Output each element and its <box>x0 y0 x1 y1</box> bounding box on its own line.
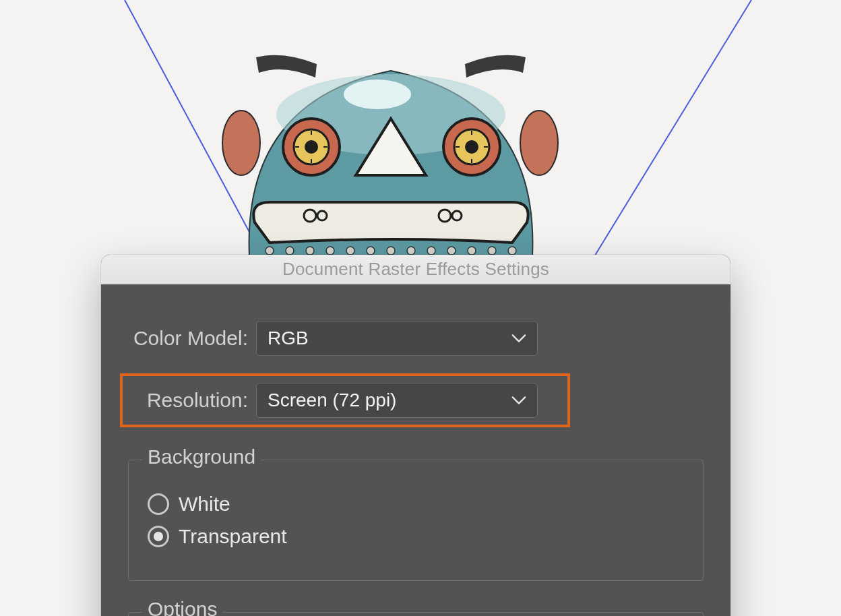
dialog-titlebar[interactable]: Document Raster Effects Settings <box>101 255 730 284</box>
radio-icon <box>148 526 169 547</box>
svg-point-32 <box>286 247 294 255</box>
resolution-row-highlight: Resolution: Screen (72 ppi) <box>120 373 570 427</box>
resolution-label: Resolution: <box>123 389 256 412</box>
chevron-down-icon <box>511 393 526 408</box>
color-model-value: RGB <box>268 328 309 349</box>
raster-effects-dialog: Document Raster Effects Settings Color M… <box>101 255 730 616</box>
svg-point-42 <box>488 247 496 255</box>
svg-point-12 <box>305 140 318 154</box>
color-model-select[interactable]: RGB <box>256 321 538 356</box>
svg-line-1 <box>586 0 751 270</box>
svg-point-21 <box>465 140 478 154</box>
radio-icon <box>148 493 169 515</box>
background-transparent-option[interactable]: Transparent <box>148 525 684 548</box>
options-fieldset: Options <box>128 612 704 616</box>
svg-point-3 <box>344 80 411 109</box>
svg-point-36 <box>367 247 375 255</box>
svg-point-33 <box>306 247 314 255</box>
resolution-select[interactable]: Screen (72 ppi) <box>256 383 538 418</box>
svg-point-38 <box>407 247 415 255</box>
svg-point-41 <box>468 247 476 255</box>
resolution-value: Screen (72 ppi) <box>268 390 396 411</box>
svg-point-35 <box>346 247 354 255</box>
dialog-body: Color Model: RGB Resolution: Screen (72 … <box>101 284 730 616</box>
svg-point-40 <box>447 247 456 255</box>
svg-point-43 <box>508 247 516 255</box>
options-legend: Options <box>142 598 222 616</box>
svg-point-39 <box>427 247 435 255</box>
background-white-option[interactable]: White <box>148 493 684 516</box>
color-model-label: Color Model: <box>127 327 256 350</box>
background-white-label: White <box>179 493 230 516</box>
dialog-title: Document Raster Effects Settings <box>282 259 549 280</box>
background-fieldset: Background White Transparent <box>128 460 704 581</box>
color-model-row: Color Model: RGB <box>127 321 705 356</box>
chevron-down-icon <box>511 331 526 346</box>
svg-point-34 <box>326 247 334 255</box>
svg-point-31 <box>266 247 274 255</box>
svg-point-37 <box>387 247 395 255</box>
background-transparent-label: Transparent <box>179 525 287 548</box>
background-legend: Background <box>142 445 261 468</box>
